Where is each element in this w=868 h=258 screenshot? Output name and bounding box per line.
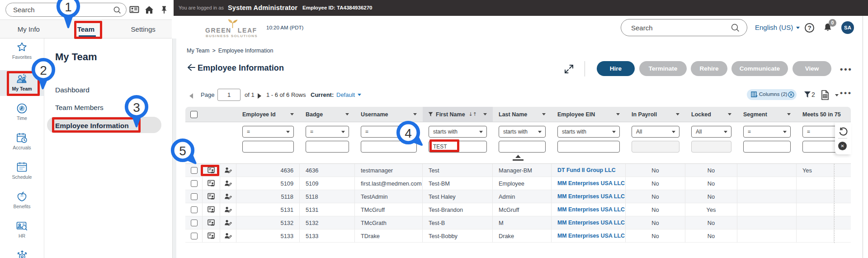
contact-card-icon[interactable] bbox=[129, 5, 139, 15]
page-prev-icon[interactable] bbox=[189, 93, 193, 99]
filter-operator-segment[interactable]: = bbox=[743, 126, 791, 138]
cell-icon_edit[interactable] bbox=[220, 229, 236, 242]
export-button[interactable] bbox=[821, 90, 839, 100]
grid-more-icon[interactable]: ••• bbox=[840, 89, 853, 97]
rehire-button[interactable]: Rehire bbox=[691, 61, 727, 76]
cell-icon_card[interactable] bbox=[203, 229, 220, 242]
cell-icon_card[interactable] bbox=[203, 216, 220, 229]
global-search[interactable] bbox=[621, 19, 747, 36]
row-checkbox[interactable] bbox=[191, 193, 198, 200]
help-icon[interactable]: ? bbox=[805, 23, 814, 33]
filter-value-segment[interactable] bbox=[743, 141, 791, 153]
subnav-item-employee-information[interactable]: Employee Information bbox=[55, 122, 129, 130]
sidebar-item-schedule[interactable]: Schedule bbox=[0, 158, 44, 184]
sidebar-item-my-team[interactable]: My Team bbox=[0, 70, 44, 96]
tab-settings[interactable]: Settings bbox=[114, 20, 172, 38]
row-checkbox[interactable] bbox=[191, 206, 198, 213]
sidebar-item-time[interactable]: Time bbox=[0, 100, 44, 125]
filter-value-badge[interactable] bbox=[306, 141, 349, 153]
cell-icon_card[interactable] bbox=[203, 203, 220, 216]
table-row[interactable]: 51315131TMcGruffTest-BrandonMcGruffMM En… bbox=[185, 203, 851, 216]
quick-search[interactable] bbox=[5, 3, 127, 17]
column-header-employee-ein[interactable]: Employee EIN bbox=[552, 107, 626, 122]
cell-icon_edit[interactable] bbox=[220, 216, 236, 229]
expand-icon[interactable] bbox=[563, 63, 575, 75]
filter-operator-employee-ein[interactable]: starts with bbox=[557, 126, 620, 138]
cell-icon_edit[interactable] bbox=[220, 190, 236, 203]
filter-operator-badge[interactable]: = bbox=[306, 126, 349, 138]
row-checkbox[interactable] bbox=[191, 220, 198, 226]
filter-value-last-name[interactable] bbox=[499, 141, 546, 153]
filter-count-button[interactable]: 2 bbox=[804, 91, 817, 99]
column-header-locked[interactable]: Locked bbox=[685, 107, 737, 122]
language-selector[interactable]: English (US) bbox=[755, 24, 800, 31]
cell-icon_card[interactable] bbox=[203, 164, 220, 177]
filter-value-employee-id[interactable] bbox=[242, 141, 294, 153]
column-header-username[interactable]: Username bbox=[355, 107, 423, 122]
column-menu-icon[interactable] bbox=[676, 113, 679, 115]
table-row[interactable]: 51185118TestAdminTest HaleyAdminMM Enter… bbox=[185, 190, 851, 203]
row-checkbox[interactable] bbox=[191, 167, 198, 174]
table-row[interactable]: 51095109first.last@medmen.comTest-BMEmpl… bbox=[185, 177, 851, 190]
sidebar-item-benefits[interactable]: Benefits bbox=[0, 188, 44, 214]
tab-my-info[interactable]: My Info bbox=[0, 20, 57, 38]
select-all-checkbox[interactable] bbox=[190, 111, 198, 118]
column-menu-icon[interactable] bbox=[290, 113, 294, 115]
cell-icon_card[interactable] bbox=[203, 190, 220, 203]
columns-chip[interactable]: Columns (2) bbox=[747, 89, 797, 100]
sidebar-item-favorites[interactable]: Favorites bbox=[0, 38, 44, 64]
search-icon[interactable] bbox=[731, 23, 740, 33]
filter-operator-locked[interactable]: All bbox=[691, 126, 731, 138]
page-number-input[interactable]: 1 bbox=[217, 89, 241, 101]
avatar[interactable]: SA bbox=[841, 21, 854, 34]
filter-operator-employee-id[interactable]: = bbox=[242, 126, 294, 138]
pin-icon[interactable] bbox=[159, 5, 169, 15]
column-header-employee-id[interactable]: Employee Id bbox=[236, 107, 300, 122]
quick-search-input[interactable] bbox=[13, 3, 108, 16]
cell-icon_card[interactable] bbox=[203, 177, 220, 190]
clear-columns-icon[interactable] bbox=[788, 91, 794, 98]
back-arrow-icon[interactable] bbox=[187, 63, 196, 72]
table-row[interactable]: 51335133TDrakeTest-BobbyDrakeMM Enterpri… bbox=[185, 229, 851, 243]
search-icon[interactable] bbox=[113, 6, 122, 14]
sidebar-item-accruals[interactable]: Accruals bbox=[0, 129, 44, 155]
filter-operator-username[interactable]: = bbox=[361, 126, 417, 138]
subnav-item-dashboard[interactable]: Dashboard bbox=[55, 86, 90, 94]
table-row[interactable]: 51325132TMcGrathTest-BMMM Enterprises US… bbox=[185, 216, 851, 229]
column-menu-icon[interactable] bbox=[787, 113, 791, 115]
column-header-meets-50-in-75[interactable]: Meets 50 in 75 bbox=[797, 107, 834, 122]
column-menu-icon[interactable] bbox=[345, 113, 349, 115]
column-menu-icon[interactable] bbox=[483, 113, 487, 115]
sidebar-item-hr[interactable]: HR bbox=[0, 217, 44, 243]
global-search-input[interactable] bbox=[631, 19, 722, 36]
view-button[interactable]: View bbox=[793, 61, 831, 76]
column-header-badge[interactable]: Badge bbox=[300, 107, 355, 122]
table-row[interactable]: 46364636testmanagerTestManager-BMDT Fund… bbox=[185, 164, 851, 177]
column-header-segment[interactable]: Segment bbox=[737, 107, 797, 122]
filter-operator-first-name[interactable]: starts with bbox=[429, 126, 487, 138]
column-menu-icon[interactable] bbox=[616, 113, 620, 115]
column-menu-icon[interactable] bbox=[413, 113, 417, 115]
more-actions-icon[interactable]: ••• bbox=[840, 65, 853, 73]
cell-icon_edit[interactable] bbox=[220, 164, 236, 177]
clear-filters-icon[interactable]: ✕ bbox=[838, 142, 847, 150]
terminate-button[interactable]: Terminate bbox=[639, 61, 687, 76]
breadcrumb-my-team[interactable]: My Team bbox=[187, 48, 209, 54]
cell-icon_edit[interactable] bbox=[220, 203, 236, 216]
column-menu-icon[interactable] bbox=[542, 113, 546, 115]
column-header-first-name[interactable]: First Name↓↑ bbox=[423, 107, 493, 122]
current-view-selector[interactable]: Default bbox=[336, 91, 361, 98]
column-header-in-payroll[interactable]: In Payroll bbox=[626, 107, 685, 122]
row-checkbox[interactable] bbox=[191, 233, 198, 239]
filter-value-username[interactable] bbox=[361, 141, 417, 153]
cell-icon_edit[interactable] bbox=[220, 177, 236, 190]
sidebar-item-share-icon[interactable] bbox=[0, 247, 44, 258]
communicate-button[interactable]: Communicate bbox=[731, 61, 788, 76]
filter-operator-in-payroll[interactable]: All bbox=[632, 126, 679, 138]
panel-scrollbar-gutter[interactable] bbox=[172, 38, 176, 258]
column-header-last-name[interactable]: Last Name bbox=[493, 107, 552, 122]
column-menu-icon[interactable] bbox=[728, 113, 731, 115]
row-checkbox[interactable] bbox=[191, 180, 198, 187]
filter-value-first-name[interactable]: TEST bbox=[429, 141, 487, 153]
home-icon[interactable] bbox=[144, 5, 154, 15]
